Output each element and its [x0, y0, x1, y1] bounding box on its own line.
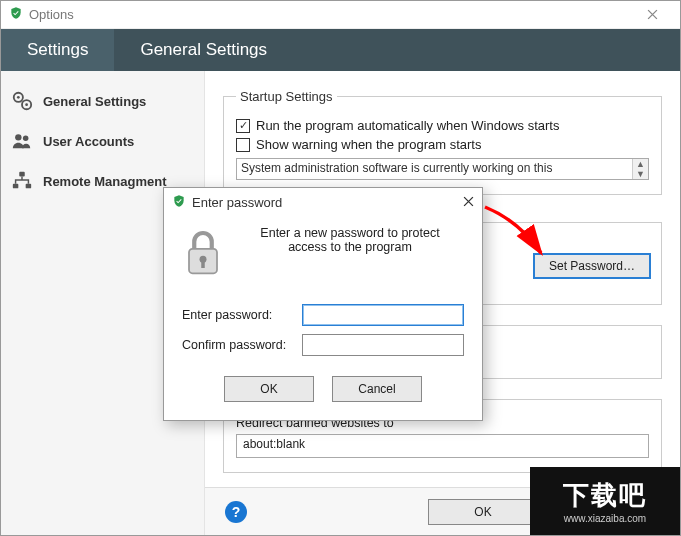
startup-settings-group: Startup Settings ✓ Run the program autom…: [223, 89, 662, 195]
dialog-titlebar: Enter password: [164, 188, 482, 216]
checkbox-label: Run the program automatically when Windo…: [256, 118, 559, 133]
svg-point-1: [17, 96, 20, 99]
sidebar-item-users[interactable]: User Accounts: [1, 121, 204, 161]
enter-password-dialog: Enter password Enter a new password to p…: [163, 187, 483, 421]
checkbox-unchecked-icon: [236, 138, 250, 152]
enter-password-input[interactable]: [302, 304, 464, 326]
shield-icon: [9, 6, 23, 23]
svg-point-5: [23, 136, 28, 142]
annotation-arrow: [479, 201, 559, 271]
checkbox-label: Show warning when the program starts: [256, 137, 481, 152]
confirm-password-input[interactable]: [302, 334, 464, 356]
chevron-up-icon[interactable]: ▲: [633, 159, 648, 169]
ok-button[interactable]: OK: [428, 499, 538, 525]
watermark-url: www.xiazaiba.com: [564, 513, 646, 524]
window-close-button[interactable]: [632, 1, 672, 28]
tab-settings[interactable]: Settings: [1, 29, 114, 71]
sidebar-item-general[interactable]: General Settings: [1, 81, 204, 121]
svg-rect-11: [201, 261, 205, 268]
help-icon[interactable]: ?: [225, 501, 247, 523]
dialog-cancel-button[interactable]: Cancel: [332, 376, 422, 402]
lock-icon: [182, 226, 224, 282]
dialog-close-button[interactable]: [463, 195, 474, 210]
window-titlebar: Options: [1, 1, 680, 29]
svg-rect-6: [19, 172, 25, 177]
gear-icon: [11, 90, 33, 112]
dialog-ok-button[interactable]: OK: [224, 376, 314, 402]
sidebar-item-label: General Settings: [43, 94, 146, 109]
watermark: 下载吧 www.xiazaiba.com: [530, 467, 680, 535]
dialog-message: Enter a new password to protect access t…: [236, 226, 464, 254]
svg-point-4: [15, 134, 21, 140]
checkbox-checked-icon: ✓: [236, 119, 250, 133]
svg-rect-7: [13, 184, 19, 189]
confirm-password-label: Confirm password:: [182, 338, 302, 352]
watermark-text: 下载吧: [563, 478, 647, 513]
sidebar-item-label: User Accounts: [43, 134, 134, 149]
startup-legend: Startup Settings: [236, 89, 337, 104]
redirect-input[interactable]: about:blank: [236, 434, 649, 458]
tab-general-settings[interactable]: General Settings: [114, 29, 293, 71]
dialog-title: Enter password: [192, 195, 463, 210]
chevron-down-icon[interactable]: ▼: [633, 169, 648, 179]
network-icon: [11, 170, 33, 192]
sidebar-item-label: Remote Managment: [43, 174, 167, 189]
header-tabs: Settings General Settings: [1, 29, 680, 71]
window-title: Options: [29, 7, 632, 22]
users-icon: [11, 130, 33, 152]
show-warning-checkbox[interactable]: Show warning when the program starts: [236, 137, 649, 152]
warning-text-input[interactable]: System administration software is curren…: [236, 158, 649, 180]
svg-rect-8: [26, 184, 31, 189]
spinner-control[interactable]: ▲ ▼: [632, 159, 648, 179]
run-automatically-checkbox[interactable]: ✓ Run the program automatically when Win…: [236, 118, 649, 133]
svg-point-3: [25, 103, 28, 106]
warning-text-value: System administration software is curren…: [241, 161, 552, 175]
enter-password-label: Enter password:: [182, 308, 302, 322]
redirect-value: about:blank: [243, 437, 305, 451]
shield-icon: [172, 194, 186, 211]
